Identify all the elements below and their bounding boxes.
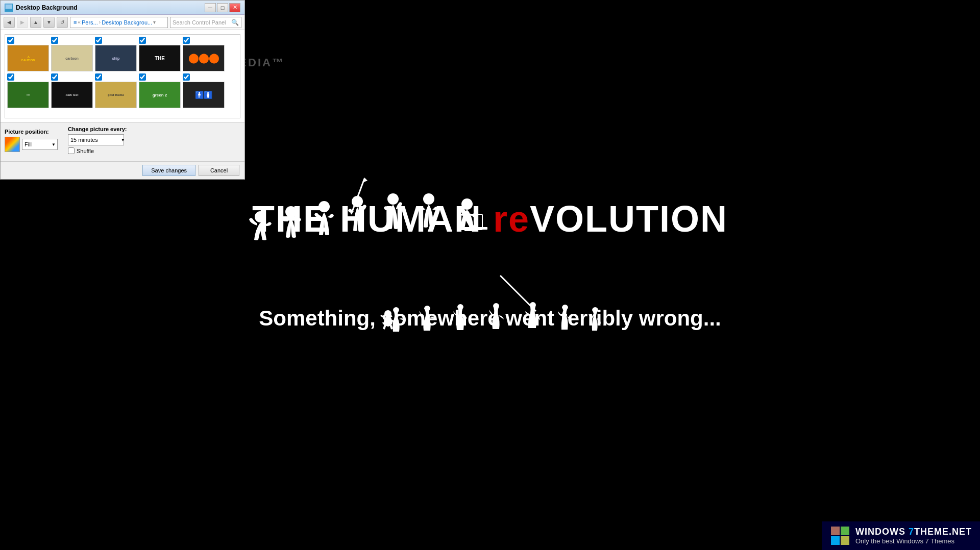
thumbnail-6[interactable]: ▪▪▪ — [7, 82, 49, 108]
thumb-checkbox-1[interactable] — [7, 37, 14, 44]
windows7theme-watermark: WINDOWS 7THEME.NET Only the best Windows… — [822, 521, 980, 550]
thumbnail-2[interactable]: cartoon — [51, 45, 93, 71]
controls-area: Picture position: Fill Fit Stretch Tile … — [1, 123, 244, 161]
search-icon[interactable]: 🔍 — [231, 19, 239, 26]
minimize-button[interactable]: ─ — [205, 3, 216, 12]
search-box[interactable]: Search Control Panel 🔍 — [170, 17, 241, 28]
svg-rect-24 — [841, 527, 849, 535]
watermark-seven: 7 — [909, 527, 914, 537]
shuffle-checkbox[interactable] — [68, 147, 75, 154]
thumb-item-3: ship — [95, 37, 137, 71]
maximize-button[interactable]: □ — [217, 3, 228, 12]
thumb-item-5: ⬤⬤⬤ — [183, 37, 225, 71]
thumbnail-7[interactable]: dark text — [51, 82, 93, 108]
thumb-checkbox-7[interactable] — [51, 73, 58, 81]
svg-rect-29 — [6, 5, 12, 9]
titlebar-buttons: ─ □ ✕ — [205, 3, 240, 12]
title-part2: VOLUTION — [530, 198, 728, 239]
thumb-item-2: cartoon — [51, 37, 93, 71]
thumb-item-1: ⚠CAUTION — [7, 37, 49, 71]
save-changes-button[interactable]: Save changes — [142, 165, 195, 176]
color-swatch[interactable] — [5, 137, 20, 152]
thumbnail-10[interactable]: 🚹🚺 — [183, 82, 225, 108]
thumbnail-5[interactable]: ⬤⬤⬤ — [183, 45, 225, 71]
thumb-item-7: dark text — [51, 73, 93, 108]
path-segment-1[interactable]: ≡ — [74, 19, 77, 26]
interval-dropdown-wrap: 1 minute 3 minutes 5 minutes 10 minutes … — [68, 134, 127, 145]
position-dropdown[interactable]: Fill Fit Stretch Tile Center — [22, 139, 58, 150]
thumb-checkbox-4[interactable] — [139, 37, 146, 44]
navigation-path[interactable]: ≡ « Pers... › Desktop Backgrou... ▾ — [70, 17, 168, 28]
thumbnail-1[interactable]: ⚠CAUTION — [7, 45, 49, 71]
search-placeholder-text: Search Control Panel — [173, 19, 226, 26]
thumb-item-4: THE — [139, 37, 181, 71]
svg-point-8 — [285, 206, 297, 217]
thumb-checkbox-8[interactable] — [95, 73, 102, 81]
cancel-button[interactable]: Cancel — [199, 165, 239, 176]
watermark-text: WINDOWS 7THEME.NET Only the best Windows… — [855, 527, 972, 545]
thumb-item-6: ▪▪▪ — [7, 73, 49, 108]
forward-button[interactable]: ▶ — [17, 17, 28, 28]
change-picture-label: Change picture every: — [68, 126, 127, 132]
thumb-checkbox-10[interactable] — [183, 73, 190, 81]
svg-rect-18 — [464, 230, 477, 231]
svg-point-15 — [461, 198, 473, 210]
thumb-item-10: 🚹🚺 — [183, 73, 225, 108]
dialog-title-text: Desktop Background — [16, 4, 78, 11]
watermark-subtitle: Only the best Windows 7 Themes — [855, 537, 972, 545]
desktop-subtitle: Something, somewhere went terribly wrong… — [259, 306, 721, 331]
thumbnail-9[interactable]: green 2 — [139, 82, 181, 108]
path-sep-2: › — [99, 19, 101, 25]
dialog-buttons: Save changes Cancel — [1, 161, 244, 179]
shuffle-label[interactable]: Shuffle — [77, 148, 94, 154]
svg-rect-25 — [831, 536, 840, 545]
control-row: Picture position: Fill Fit Stretch Tile … — [5, 126, 240, 154]
dialog-content: ⚠CAUTION cartoon ship — [1, 30, 244, 123]
close-button[interactable]: ✕ — [229, 3, 240, 12]
navigation-bar: ◀ ▶ ▲ ▼ ↺ ≡ « Pers... › Desktop Backgrou… — [1, 15, 244, 30]
thumbnail-grid[interactable]: ⚠CAUTION cartoon ship — [5, 34, 240, 118]
position-selector: Fill Fit Stretch Tile Center — [5, 137, 58, 152]
svg-point-14 — [423, 193, 434, 205]
path-segment-3[interactable]: Desktop Backgrou... — [102, 19, 152, 26]
refresh-button[interactable]: ↺ — [57, 17, 68, 28]
picture-position-group: Picture position: Fill Fit Stretch Tile … — [5, 129, 58, 152]
thumb-checkbox-2[interactable] — [51, 37, 58, 44]
thumbnail-4[interactable]: THE — [139, 45, 181, 71]
path-sep-3: ▾ — [153, 19, 156, 25]
thumbnail-row-2: ▪▪▪ dark text gold theme — [7, 73, 238, 108]
thumb-item-8: gold theme — [95, 73, 137, 108]
path-sep-1: « — [78, 19, 81, 25]
picture-position-label: Picture position: — [5, 129, 58, 135]
windows-logo-icon — [830, 526, 850, 546]
thumbnail-row-1: ⚠CAUTION cartoon ship — [7, 37, 238, 71]
up-button[interactable]: ▲ — [30, 17, 41, 28]
position-dropdown-wrap: Fill Fit Stretch Tile Center — [22, 139, 58, 150]
thumbnail-3[interactable]: ship — [95, 45, 137, 71]
svg-point-13 — [387, 193, 399, 205]
watermark-title: WINDOWS 7THEME.NET — [855, 527, 972, 537]
path-segment-2[interactable]: Pers... — [82, 19, 98, 26]
svg-point-7 — [255, 211, 266, 222]
back-button[interactable]: ◀ — [4, 17, 15, 28]
change-picture-group: Change picture every: 1 minute 3 minutes… — [68, 126, 127, 154]
thumbnail-8[interactable]: gold theme — [95, 82, 137, 108]
shuffle-row: Shuffle — [68, 147, 127, 154]
svg-rect-23 — [831, 527, 840, 535]
recent-button[interactable]: ▼ — [43, 17, 55, 28]
dialog-icon — [5, 4, 13, 12]
thumb-item-9: green 2 — [139, 73, 181, 108]
thumb-checkbox-3[interactable] — [95, 37, 102, 44]
interval-dropdown[interactable]: 1 minute 3 minutes 5 minutes 10 minutes … — [68, 134, 124, 145]
desktop-background-dialog: Desktop Background ─ □ ✕ ◀ ▶ ▲ ▼ ↺ ≡ « P… — [0, 0, 245, 180]
thumb-checkbox-5[interactable] — [183, 37, 190, 44]
dialog-titlebar-left: Desktop Background — [5, 4, 78, 12]
svg-point-9 — [318, 201, 330, 212]
thumb-checkbox-9[interactable] — [139, 73, 146, 81]
thumb-checkbox-6[interactable] — [7, 73, 14, 81]
dialog-titlebar: Desktop Background ─ □ ✕ — [1, 1, 244, 15]
evolution-silhouette — [245, 168, 505, 257]
svg-rect-26 — [841, 536, 849, 545]
